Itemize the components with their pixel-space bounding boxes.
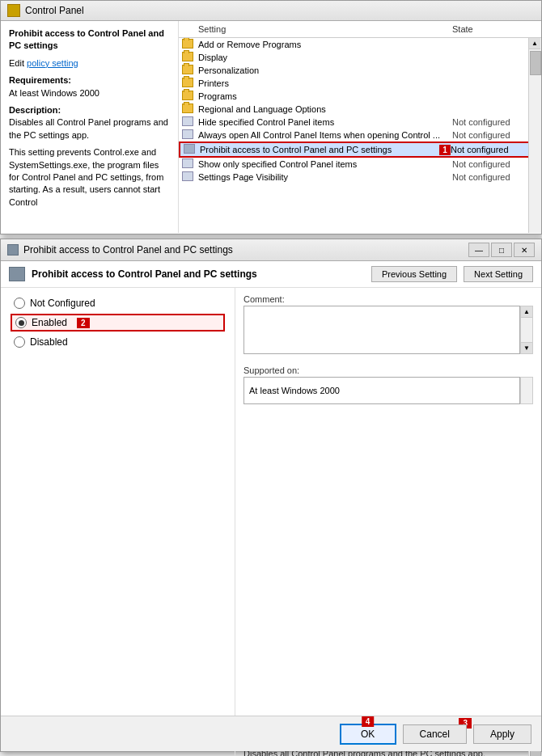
setting-icon [182, 171, 195, 183]
item-text: Programs [198, 91, 452, 101]
comment-area-wrapper: ▲ ▼ [243, 306, 533, 354]
list-item-selected[interactable]: Prohibit access to Control Panel and PC … [179, 141, 541, 158]
gpe-title-icon [7, 4, 20, 17]
list-item[interactable]: Settings Page Visibility Not configured [179, 171, 541, 184]
comment-section: Comment: ▲ ▼ [243, 294, 533, 354]
list-item[interactable]: Printers [179, 77, 541, 90]
dialog-titlebar: Prohibit access to Control Panel and PC … [1, 239, 541, 261]
list-item[interactable]: Regional and Language Options [179, 103, 541, 116]
enabled-row[interactable]: Enabled 2 [11, 314, 225, 332]
gpe-left-heading: Prohibit access to Control Panel and PC … [9, 27, 170, 53]
supported-section: Supported on: At least Windows 2000 [243, 365, 533, 404]
list-item[interactable]: Show only specified Control Panel items … [179, 158, 541, 171]
folder-icon [182, 39, 195, 50]
list-item[interactable]: Always open All Control Panel Items when… [179, 129, 541, 141]
enabled-radio[interactable] [15, 317, 27, 328]
item-text: Settings Page Visibility [198, 172, 452, 182]
not-configured-radio[interactable] [14, 298, 25, 309]
item-text: Hide specified Control Panel items [198, 117, 452, 127]
minimize-button[interactable]: — [468, 243, 489, 257]
cancel-button[interactable]: Cancel [403, 724, 467, 744]
list-item[interactable]: Personalization [179, 64, 541, 77]
col-header-setting: Setting [179, 24, 452, 34]
gpe-edit-label: Edit [9, 58, 24, 68]
restore-button[interactable]: □ [491, 243, 512, 257]
disabled-label: Disabled [30, 336, 68, 348]
item-text: Show only specified Control Panel items [198, 159, 452, 169]
setting-icon [182, 158, 195, 170]
comment-scroll-up[interactable]: ▲ [521, 306, 532, 318]
supported-scrollbar[interactable] [520, 377, 533, 404]
setting-icon [184, 144, 197, 155]
item-text: Display [198, 53, 452, 62]
comment-scroll-down[interactable]: ▼ [521, 342, 532, 353]
dialog-title-icon [7, 244, 19, 256]
setting-icon [182, 116, 195, 128]
item-text: Always open All Control Panel Items when… [198, 130, 452, 140]
dialog-title-text: Prohibit access to Control Panel and PC … [23, 244, 464, 256]
gpe-requirements-label: Requirements: [9, 75, 71, 85]
setting-icon [182, 129, 195, 141]
item-text: Regional and Language Options [198, 104, 452, 114]
apply-button[interactable]: Apply [473, 724, 531, 744]
item-text: Personalization [198, 65, 452, 75]
supported-wrapper: At least Windows 2000 [243, 377, 533, 404]
gpe-list-header: Setting State [179, 21, 541, 38]
comment-textarea[interactable] [243, 306, 520, 354]
dialog-sub-icon [9, 267, 25, 281]
gpe-left-panel: Prohibit access to Control Panel and PC … [1, 21, 179, 233]
folder-icon [182, 52, 195, 63]
gpe-scrollbar[interactable]: ▲ [528, 38, 541, 233]
radio-group: Not Configured Enabled 2 Disabled [11, 296, 225, 349]
gpe-titlebar: Control Panel [1, 1, 541, 21]
item-text: Printers [198, 78, 452, 88]
folder-icon [182, 78, 195, 89]
gpe-window: Control Panel Prohibit access to Control… [0, 0, 542, 234]
folder-icon [182, 65, 195, 76]
enabled-label: Enabled [32, 317, 67, 328]
scroll-up-btn[interactable]: ▲ [529, 38, 540, 49]
item-text: Prohibit access to Control Panel and PC … [200, 145, 436, 154]
dialog-win-buttons: — □ ✕ [468, 243, 535, 257]
dialog-subheader: Prohibit access to Control Panel and PC … [1, 261, 541, 288]
item-text: Add or Remove Programs [198, 40, 452, 49]
close-button[interactable]: ✕ [514, 243, 535, 257]
right-panel: Comment: ▲ ▼ Supported on: At least Wind… [235, 288, 541, 727]
ok-btn-wrapper: 4 OK [340, 724, 396, 745]
gpe-list-scroll: Add or Remove Programs Display Personali… [179, 38, 541, 233]
gpe-content: Prohibit access to Control Panel and PC … [1, 21, 541, 233]
badge-1: 1 [439, 145, 451, 155]
not-configured-label: Not Configured [30, 298, 95, 309]
col-header-state: State [452, 24, 541, 34]
gpe-policy-link[interactable]: policy setting [27, 58, 78, 68]
folder-icon [182, 103, 195, 115]
list-item[interactable]: Display [179, 51, 541, 64]
cancel-btn-wrapper: 3 Cancel [403, 724, 467, 744]
item-state: Not configured [451, 145, 540, 154]
list-item[interactable]: Add or Remove Programs [179, 38, 541, 51]
list-item[interactable]: Programs [179, 90, 541, 103]
gpe-extra-text: This setting prevents Control.exe and Sy… [9, 147, 163, 207]
gpe-right-panel: Setting State Add or Remove Programs Dis… [179, 21, 541, 233]
not-configured-row[interactable]: Not Configured [11, 296, 225, 310]
list-item[interactable]: Hide specified Control Panel items Not c… [179, 116, 541, 129]
gpe-list: Add or Remove Programs Display Personali… [179, 38, 541, 184]
previous-setting-button[interactable]: Previous Setting [371, 266, 457, 282]
next-setting-button[interactable]: Next Setting [464, 266, 533, 282]
badge-4: 4 [362, 716, 375, 727]
comment-scrollbar[interactable]: ▲ ▼ [520, 306, 533, 354]
badge-2: 2 [77, 318, 90, 328]
dialog-footer: 4 OK 3 Cancel Apply [1, 716, 541, 751]
disabled-radio[interactable] [14, 336, 25, 348]
disabled-row[interactable]: Disabled [11, 335, 225, 349]
supported-label: Supported on: [243, 365, 533, 375]
gpe-title-text: Control Panel [25, 5, 84, 16]
dialog-sub-title: Prohibit access to Control Panel and PC … [32, 268, 365, 280]
gpe-description-label: Description: [9, 105, 61, 115]
scroll-thumb[interactable] [530, 51, 541, 75]
gpe-description-value: Disables all Control Panel programs and … [9, 117, 168, 139]
folder-icon [182, 91, 195, 102]
supported-value: At least Windows 2000 [243, 377, 520, 404]
comment-label: Comment: [243, 294, 533, 304]
dialog-window: Prohibit access to Control Panel and PC … [0, 239, 542, 752]
